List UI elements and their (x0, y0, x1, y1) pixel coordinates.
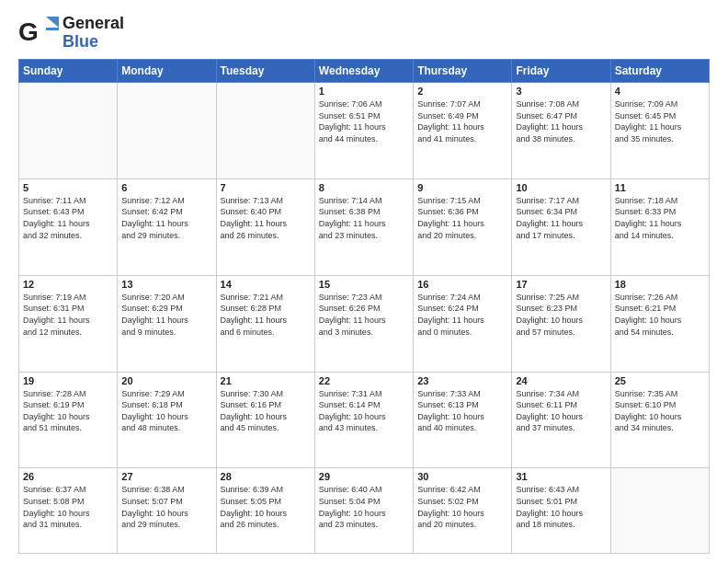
day-number: 20 (121, 375, 211, 386)
table-row: 15Sunrise: 7:23 AMSunset: 6:26 PMDayligh… (314, 275, 413, 372)
day-detail: Sunrise: 7:21 AMSunset: 6:28 PMDaylight:… (221, 292, 311, 338)
table-row: 25Sunrise: 7:35 AMSunset: 6:10 PMDayligh… (610, 372, 709, 468)
table-row (118, 83, 216, 179)
day-detail: Sunrise: 7:09 AMSunset: 6:45 PMDaylight:… (615, 98, 705, 144)
table-row: 9Sunrise: 7:15 AMSunset: 6:36 PMDaylight… (414, 178, 512, 275)
day-number: 2 (417, 86, 507, 97)
table-row: 14Sunrise: 7:21 AMSunset: 6:28 PMDayligh… (216, 275, 314, 372)
table-row: 24Sunrise: 7:34 AMSunset: 6:11 PMDayligh… (512, 372, 610, 468)
day-number: 29 (319, 471, 409, 482)
day-number: 28 (221, 471, 311, 482)
day-detail: Sunrise: 7:33 AMSunset: 6:13 PMDaylight:… (417, 388, 507, 434)
header: G General Blue (18, 15, 710, 52)
table-row: 28Sunrise: 6:39 AMSunset: 5:05 PMDayligh… (216, 468, 314, 554)
day-number: 1 (319, 86, 409, 97)
table-row: 16Sunrise: 7:24 AMSunset: 6:24 PMDayligh… (414, 275, 512, 372)
day-detail: Sunrise: 7:30 AMSunset: 6:16 PMDaylight:… (221, 388, 311, 434)
day-number: 4 (615, 86, 705, 97)
day-detail: Sunrise: 7:28 AMSunset: 6:19 PMDaylight:… (23, 388, 113, 434)
table-row: 31Sunrise: 6:43 AMSunset: 5:01 PMDayligh… (512, 468, 610, 554)
table-row: 3Sunrise: 7:08 AMSunset: 6:47 PMDaylight… (512, 83, 610, 179)
day-number: 14 (221, 279, 311, 290)
calendar-week-row: 1Sunrise: 7:06 AMSunset: 6:51 PMDaylight… (19, 83, 710, 179)
table-row: 18Sunrise: 7:26 AMSunset: 6:21 PMDayligh… (610, 275, 709, 372)
day-number: 26 (23, 471, 113, 482)
day-detail: Sunrise: 6:39 AMSunset: 5:05 PMDaylight:… (221, 484, 311, 530)
table-row: 27Sunrise: 6:38 AMSunset: 5:07 PMDayligh… (118, 468, 216, 554)
day-detail: Sunrise: 7:06 AMSunset: 6:51 PMDaylight:… (319, 98, 409, 144)
col-monday: Monday (118, 60, 216, 83)
table-row: 13Sunrise: 7:20 AMSunset: 6:29 PMDayligh… (118, 275, 216, 372)
table-row: 22Sunrise: 7:31 AMSunset: 6:14 PMDayligh… (314, 372, 413, 468)
table-row: 23Sunrise: 7:33 AMSunset: 6:13 PMDayligh… (414, 372, 512, 468)
day-number: 9 (417, 182, 507, 193)
day-number: 8 (319, 182, 409, 193)
day-detail: Sunrise: 7:29 AMSunset: 6:18 PMDaylight:… (121, 388, 211, 434)
col-friday: Friday (512, 60, 610, 83)
day-number: 10 (516, 182, 606, 193)
calendar-week-row: 12Sunrise: 7:19 AMSunset: 6:31 PMDayligh… (19, 275, 710, 372)
table-row: 5Sunrise: 7:11 AMSunset: 6:43 PMDaylight… (19, 178, 118, 275)
day-number: 13 (121, 279, 211, 290)
day-number: 27 (121, 471, 211, 482)
day-detail: Sunrise: 7:17 AMSunset: 6:34 PMDaylight:… (516, 195, 606, 241)
day-number: 15 (319, 279, 409, 290)
day-number: 19 (23, 375, 113, 386)
day-detail: Sunrise: 7:35 AMSunset: 6:10 PMDaylight:… (615, 388, 705, 434)
table-row: 11Sunrise: 7:18 AMSunset: 6:33 PMDayligh… (610, 178, 709, 275)
table-row (610, 468, 709, 554)
logo-blue-text: Blue (63, 33, 124, 52)
day-detail: Sunrise: 7:26 AMSunset: 6:21 PMDaylight:… (615, 292, 705, 338)
col-wednesday: Wednesday (314, 60, 413, 83)
day-detail: Sunrise: 6:42 AMSunset: 5:02 PMDaylight:… (417, 484, 507, 530)
col-thursday: Thursday (414, 60, 512, 83)
svg-rect-2 (46, 28, 59, 30)
day-detail: Sunrise: 7:25 AMSunset: 6:23 PMDaylight:… (516, 292, 606, 338)
table-row: 12Sunrise: 7:19 AMSunset: 6:31 PMDayligh… (19, 275, 118, 372)
calendar-header-row: Sunday Monday Tuesday Wednesday Thursday… (19, 60, 710, 83)
table-row: 6Sunrise: 7:12 AMSunset: 6:42 PMDaylight… (118, 178, 216, 275)
day-detail: Sunrise: 7:15 AMSunset: 6:36 PMDaylight:… (417, 195, 507, 241)
day-detail: Sunrise: 6:38 AMSunset: 5:07 PMDaylight:… (121, 484, 211, 530)
table-row: 4Sunrise: 7:09 AMSunset: 6:45 PMDaylight… (610, 83, 709, 179)
day-number: 11 (615, 182, 705, 193)
page: G General Blue Sunday (0, 0, 728, 563)
day-detail: Sunrise: 6:40 AMSunset: 5:04 PMDaylight:… (319, 484, 409, 530)
day-detail: Sunrise: 6:43 AMSunset: 5:01 PMDaylight:… (516, 484, 606, 530)
calendar-week-row: 26Sunrise: 6:37 AMSunset: 5:08 PMDayligh… (19, 468, 710, 554)
table-row (19, 83, 118, 179)
day-number: 18 (615, 279, 705, 290)
day-number: 6 (121, 182, 211, 193)
calendar-week-row: 5Sunrise: 7:11 AMSunset: 6:43 PMDaylight… (19, 178, 710, 275)
day-number: 25 (615, 375, 705, 386)
day-detail: Sunrise: 7:19 AMSunset: 6:31 PMDaylight:… (23, 292, 113, 338)
table-row: 19Sunrise: 7:28 AMSunset: 6:19 PMDayligh… (19, 372, 118, 468)
day-number: 24 (516, 375, 606, 386)
logo: G General Blue (18, 15, 124, 52)
table-row: 30Sunrise: 6:42 AMSunset: 5:02 PMDayligh… (414, 468, 512, 554)
calendar-week-row: 19Sunrise: 7:28 AMSunset: 6:19 PMDayligh… (19, 372, 710, 468)
day-number: 12 (23, 279, 113, 290)
table-row: 21Sunrise: 7:30 AMSunset: 6:16 PMDayligh… (216, 372, 314, 468)
logo-general-text: General (63, 15, 124, 33)
table-row: 10Sunrise: 7:17 AMSunset: 6:34 PMDayligh… (512, 178, 610, 275)
table-row: 26Sunrise: 6:37 AMSunset: 5:08 PMDayligh… (19, 468, 118, 554)
col-tuesday: Tuesday (216, 60, 314, 83)
table-row (216, 83, 314, 179)
day-detail: Sunrise: 7:18 AMSunset: 6:33 PMDaylight:… (615, 195, 705, 241)
day-number: 23 (417, 375, 507, 386)
day-detail: Sunrise: 7:08 AMSunset: 6:47 PMDaylight:… (516, 98, 606, 144)
day-number: 16 (417, 279, 507, 290)
day-detail: Sunrise: 7:31 AMSunset: 6:14 PMDaylight:… (319, 388, 409, 434)
day-detail: Sunrise: 7:34 AMSunset: 6:11 PMDaylight:… (516, 388, 606, 434)
day-number: 5 (23, 182, 113, 193)
day-detail: Sunrise: 7:13 AMSunset: 6:40 PMDaylight:… (221, 195, 311, 241)
col-sunday: Sunday (19, 60, 118, 83)
day-number: 17 (516, 279, 606, 290)
day-number: 7 (221, 182, 311, 193)
table-row: 1Sunrise: 7:06 AMSunset: 6:51 PMDaylight… (314, 83, 413, 179)
day-detail: Sunrise: 7:07 AMSunset: 6:49 PMDaylight:… (417, 98, 507, 144)
day-number: 31 (516, 471, 606, 482)
day-number: 30 (417, 471, 507, 482)
day-number: 21 (221, 375, 311, 386)
